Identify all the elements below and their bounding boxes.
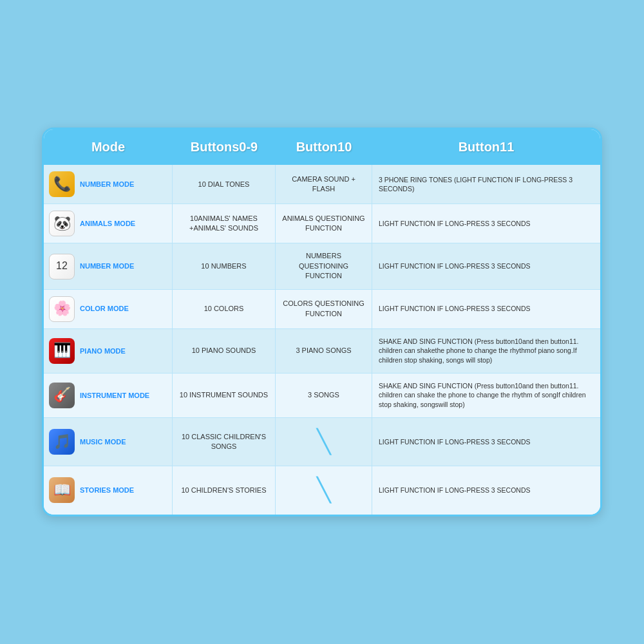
button11-cell: LIGHT FUNCTION IF LONG-PRESS 3 SECONDS [372, 204, 600, 243]
mode-cell: 🎵 MUSIC MODE [44, 418, 173, 466]
table-row: 🐼 ANIMALS MODE 10ANIMALS' NAMES +ANIMALS… [44, 204, 600, 243]
button10-cell: CAMERA SOUND + FLASH [276, 165, 372, 204]
button11-cell: SHAKE AND SING FUNCTION (Press button10a… [372, 329, 600, 373]
buttons09-cell: 10ANIMALS' NAMES +ANIMALS' SOUNDS [173, 204, 276, 243]
buttons09-cell: 10 CLASSIC CHILDREN'S SONGS [173, 418, 276, 466]
button10-cell: COLORS QUESTIONING FUNCTION [276, 290, 372, 328]
mode-cell: 12 NUMBER MODE [44, 243, 173, 289]
mode-label: NUMBER MODE [80, 261, 134, 270]
buttons09-cell: 10 COLORS [173, 290, 276, 328]
button10-cell: ╲ [276, 466, 372, 514]
mode-label: MUSIC MODE [80, 437, 126, 446]
table-row: 🌸 COLOR MODE 10 COLORS COLORS QUESTIONIN… [44, 290, 600, 329]
mode-icon: 🎹 [49, 338, 75, 364]
button11-cell: LIGHT FUNCTION IF LONG-PRESS 3 SECONDS [372, 243, 600, 289]
mode-label: PIANO MODE [80, 346, 126, 355]
header-button10: Button10 [276, 136, 372, 158]
mode-label: NUMBER MODE [80, 180, 134, 189]
mode-icon: 📞 [49, 171, 75, 197]
button11-cell: LIGHT FUNCTION IF LONG-PRESS 3 SECONDS [372, 418, 600, 466]
buttons09-cell: 10 PIANO SOUNDS [173, 329, 276, 373]
na-slash: ╲ [317, 426, 331, 458]
buttons09-cell: 10 INSTRUMENT SOUNDS [173, 374, 276, 417]
table-row: 12 NUMBER MODE 10 NUMBERS NUMBERS QUESTI… [44, 243, 600, 289]
mode-icon: 🎸 [49, 383, 75, 408]
table-row: 🎹 PIANO MODE 10 PIANO SOUNDS 3 PIANO SON… [44, 329, 600, 374]
header-button11: Button11 [372, 136, 600, 158]
header-buttons09: Buttons0-9 [173, 136, 276, 158]
mode-label: COLOR MODE [80, 304, 129, 313]
table-header: Mode Buttons0-9 Button10 Button11 [44, 129, 600, 165]
button10-cell: 3 PIANO SONGS [276, 329, 372, 373]
table-row: 📞 NUMBER MODE 10 DIAL TONES CAMERA SOUND… [44, 165, 600, 204]
button11-cell: SHAKE AND SING FUNCTION (Press button10a… [372, 374, 600, 417]
button10-cell: NUMBERS QUESTIONING FUNCTION [276, 243, 372, 289]
mode-cell: 📖 STORIES MODE [44, 466, 173, 514]
mode-label: ANIMALS MODE [80, 219, 135, 228]
mode-cell: 🎹 PIANO MODE [44, 329, 173, 373]
table-row: 📖 STORIES MODE 10 CHILDREN'S STORIES ╲ L… [44, 466, 600, 514]
na-slash: ╲ [317, 474, 331, 506]
mode-icon: 🎵 [49, 429, 75, 455]
header-mode: Mode [44, 136, 173, 158]
mode-icon: 🐼 [49, 211, 75, 236]
mode-icon: 12 [49, 254, 75, 279]
button10-cell: ANIMALS QUESTIONING FUNCTION [276, 204, 372, 243]
mode-icon: 📖 [49, 477, 75, 503]
buttons09-cell: 10 DIAL TONES [173, 165, 276, 204]
mode-cell: 🐼 ANIMALS MODE [44, 204, 173, 243]
mode-cell: 🌸 COLOR MODE [44, 290, 173, 328]
button11-cell: LIGHT FUNCTION IF LONG-PRESS 3 SECONDS [372, 466, 600, 514]
button10-cell: ╲ [276, 418, 372, 466]
buttons09-cell: 10 CHILDREN'S STORIES [173, 466, 276, 514]
table-row: 🎸 INSTRUMENT MODE 10 INSTRUMENT SOUNDS 3… [44, 374, 600, 418]
buttons09-cell: 10 NUMBERS [173, 243, 276, 289]
main-table: Mode Buttons0-9 Button10 Button11 📞 NUMB… [42, 128, 602, 516]
mode-icon: 🌸 [49, 296, 75, 322]
mode-cell: 🎸 INSTRUMENT MODE [44, 374, 173, 417]
button10-cell: 3 SONGS [276, 374, 372, 417]
button11-cell: 3 PHONE RING TONES (LIGHT FUNCTION IF LO… [372, 165, 600, 204]
table-body: 📞 NUMBER MODE 10 DIAL TONES CAMERA SOUND… [44, 165, 600, 514]
table-row: 🎵 MUSIC MODE 10 CLASSIC CHILDREN'S SONGS… [44, 418, 600, 466]
mode-cell: 📞 NUMBER MODE [44, 165, 173, 204]
mode-label: STORIES MODE [80, 486, 134, 495]
mode-label: INSTRUMENT MODE [80, 391, 149, 400]
button11-cell: LIGHT FUNCTION IF LONG-PRESS 3 SECONDS [372, 290, 600, 328]
